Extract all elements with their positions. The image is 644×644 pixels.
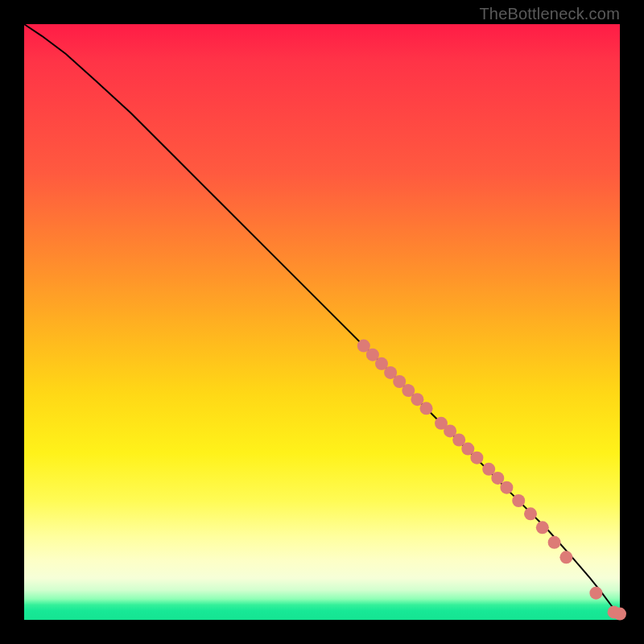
data-point	[491, 472, 504, 485]
data-point	[559, 551, 572, 564]
chart-stage: TheBottleneck.com	[0, 0, 644, 644]
data-point	[548, 536, 561, 549]
chart-svg	[24, 24, 620, 620]
data-point	[589, 587, 602, 600]
data-point	[512, 494, 525, 507]
points-group	[357, 340, 626, 621]
data-point	[470, 452, 483, 464]
curve-line	[24, 24, 620, 614]
data-point	[420, 402, 433, 415]
data-point	[500, 481, 513, 494]
data-point	[524, 507, 537, 520]
data-point	[536, 521, 549, 534]
watermark-label: TheBottleneck.com	[479, 5, 620, 23]
plot-area	[24, 24, 620, 620]
data-point	[613, 608, 626, 621]
